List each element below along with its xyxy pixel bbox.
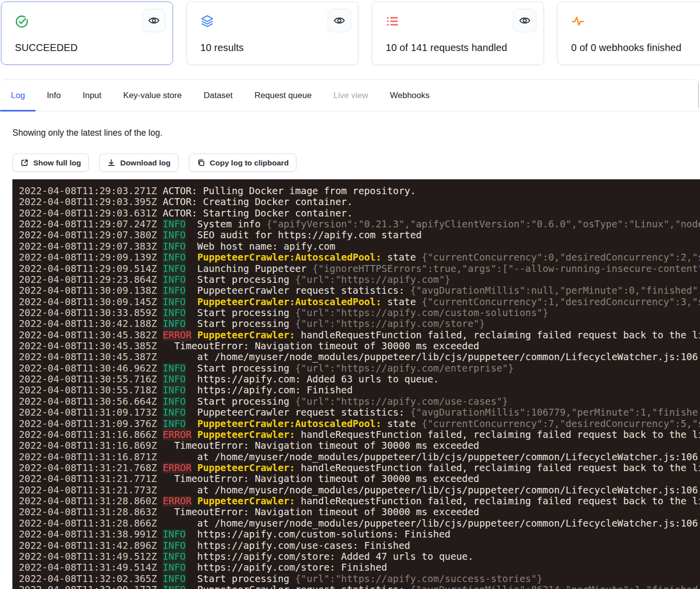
log-toolbar: Show full log Download log	[12, 154, 700, 172]
check-circle-icon	[15, 14, 29, 28]
log-line: 2022-04-08T11:31:28.860Z ERROR Puppeteer…	[19, 496, 700, 507]
run-status-label: SUCCEEDED	[15, 42, 77, 54]
eye-icon	[334, 15, 345, 26]
requests-label: 10 of 141 requests handled	[386, 42, 507, 54]
tab-bar: Log Info Input Key-value store Dataset R…	[0, 80, 700, 111]
log-line: 2022-04-08T11:29:09.514Z INFO Launching …	[19, 264, 700, 274]
tab-input[interactable]: Input	[72, 80, 113, 111]
log-line: 2022-04-08T11:31:09.376Z INFO PuppeteerC…	[19, 419, 700, 429]
tab-key-value-store[interactable]: Key-value store	[113, 80, 193, 111]
log-line: 2022-04-08T11:31:28.866Z at /home/myuser…	[19, 518, 700, 529]
external-link-icon	[20, 159, 29, 167]
download-icon	[107, 159, 116, 167]
log-note: Showing only the latest lines of the log…	[12, 128, 700, 138]
tab-request-queue[interactable]: Request queue	[243, 80, 322, 111]
log-line: 2022-04-08T11:31:49.512Z INFO https://ap…	[19, 551, 700, 562]
log-line: 2022-04-08T11:30:45.382Z ERROR Puppeteer…	[19, 330, 700, 341]
log-line: 2022-04-08T11:32:02.365Z INFO Start proc…	[19, 574, 700, 585]
log-line: 2022-04-08T11:29:23.864Z INFO Start proc…	[19, 274, 700, 285]
log-line: 2022-04-08T11:31:09.173Z INFO PuppeteerC…	[19, 407, 700, 418]
log-line: 2022-04-08T11:29:09.139Z INFO PuppeteerC…	[19, 252, 700, 263]
copy-log-label: Copy log to clipboard	[210, 159, 289, 167]
log-line: 2022-04-08T11:31:16.869Z TimeoutError: N…	[19, 440, 700, 451]
webhooks-label: 0 of 0 webhooks finished	[571, 42, 682, 54]
show-full-log-label: Show full log	[33, 159, 81, 167]
log-line: 2022-04-08T11:29:03.395Z ACTOR: Creating…	[19, 197, 700, 208]
log-line: 2022-04-08T11:31:21.768Z ERROR Puppeteer…	[19, 463, 700, 474]
tab-info[interactable]: Info	[36, 80, 71, 111]
layers-icon	[200, 14, 214, 28]
log-line: 2022-04-08T11:30:33.859Z INFO Start proc…	[19, 308, 700, 319]
log-line: 2022-04-08T11:32:09.172Z INFO PuppeteerC…	[19, 585, 700, 589]
tab-webhooks[interactable]: Webhooks	[379, 80, 441, 111]
log-line: 2022-04-08T11:30:09.138Z INFO PuppeteerC…	[19, 285, 700, 296]
card-webhooks[interactable]: 0 of 0 webhooks finished	[557, 1, 700, 65]
log-line: 2022-04-08T11:31:21.773Z at /home/myuser…	[19, 485, 700, 496]
results-label: 10 results	[200, 42, 244, 54]
log-line: 2022-04-08T11:31:16.866Z ERROR Puppeteer…	[19, 429, 700, 440]
log-line: 2022-04-08T11:31:16.871Z at /home/myuser…	[19, 452, 700, 463]
log-line: 2022-04-08T11:31:28.863Z TimeoutError: N…	[19, 507, 700, 518]
log-line: 2022-04-08T11:31:38.991Z INFO https://ap…	[19, 529, 700, 540]
log-line: 2022-04-08T11:30:55.716Z INFO https://ap…	[19, 374, 700, 385]
log-line: 2022-04-08T11:30:09.145Z INFO PuppeteerC…	[19, 297, 700, 308]
log-line: 2022-04-08T11:31:49.514Z INFO https://ap…	[19, 562, 700, 573]
log-line: 2022-04-08T11:31:21.771Z TimeoutError: N…	[19, 474, 700, 484]
pulse-icon	[571, 14, 585, 28]
log-line: 2022-04-08T11:29:07.383Z INFO Web host n…	[19, 241, 700, 252]
log-line: 2022-04-08T11:30:42.188Z INFO Start proc…	[19, 319, 700, 329]
download-log-label: Download log	[120, 159, 171, 167]
log-line: 2022-04-08T11:29:03.631Z ACTOR: Starting…	[19, 208, 700, 219]
log-line: 2022-04-08T11:30:45.385Z TimeoutError: N…	[19, 341, 700, 352]
log-line: 2022-04-08T11:29:07.380Z INFO SEO audit …	[19, 230, 700, 241]
download-log-button[interactable]: Download log	[99, 154, 178, 172]
log-line: 2022-04-08T11:29:03.271Z ACTOR: Pulling …	[19, 186, 700, 197]
status-cards: SUCCEEDED 10 results	[1, 1, 700, 65]
preview-results-button[interactable]	[328, 9, 351, 32]
copy-icon	[197, 159, 205, 167]
preview-requests-button[interactable]	[513, 9, 536, 32]
log-line: 2022-04-08T11:31:42.896Z INFO https://ap…	[19, 540, 700, 551]
card-requests[interactable]: 10 of 141 requests handled	[372, 1, 544, 65]
eye-icon	[148, 15, 160, 26]
tab-bar-right-divider	[698, 83, 699, 108]
log-line: 2022-04-08T11:30:45.387Z at /home/myuser…	[19, 352, 700, 363]
tab-dataset[interactable]: Dataset	[193, 80, 244, 111]
actor-run-page: SUCCEEDED 10 results	[0, 0, 700, 589]
log-line: 2022-04-08T11:30:56.664Z INFO Start proc…	[19, 396, 700, 407]
card-results[interactable]: 10 results	[186, 1, 358, 65]
tab-log[interactable]: Log	[0, 80, 36, 111]
preview-status-button[interactable]	[142, 9, 166, 32]
show-full-log-button[interactable]: Show full log	[12, 154, 89, 172]
log-console[interactable]: 2022-04-08T11:29:03.271Z ACTOR: Pulling …	[12, 179, 700, 589]
copy-log-button[interactable]: Copy log to clipboard	[189, 154, 296, 172]
log-line: 2022-04-08T11:30:46.962Z INFO Start proc…	[19, 363, 700, 374]
tab-live-view: Live view	[323, 80, 379, 111]
eye-icon	[519, 15, 530, 26]
card-run-status[interactable]: SUCCEEDED	[1, 1, 173, 65]
bullet-list-icon	[386, 14, 400, 28]
log-line: 2022-04-08T11:29:07.247Z INFO System inf…	[19, 219, 700, 230]
log-line: 2022-04-08T11:30:55.718Z INFO https://ap…	[19, 385, 700, 396]
